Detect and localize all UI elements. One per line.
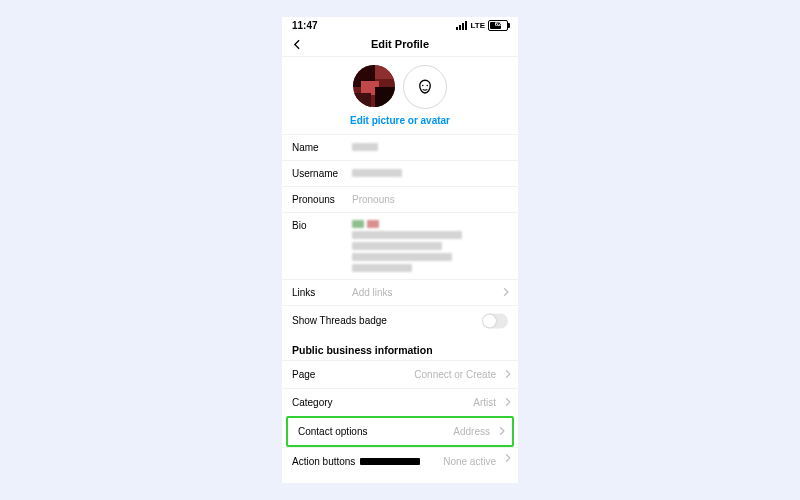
contact-options-label: Contact options bbox=[298, 426, 368, 437]
status-bar: 11:47 LTE 62 bbox=[282, 17, 518, 32]
svg-point-1 bbox=[427, 85, 429, 87]
links-row[interactable]: Links Add links bbox=[282, 279, 518, 305]
bio-row[interactable]: Bio bbox=[282, 212, 518, 279]
name-value-redacted bbox=[352, 143, 378, 151]
chevron-right-icon bbox=[498, 426, 506, 438]
network-label: LTE bbox=[470, 21, 485, 30]
links-placeholder: Add links bbox=[352, 287, 508, 298]
category-row[interactable]: Category Artist bbox=[282, 388, 518, 416]
name-label: Name bbox=[292, 142, 352, 153]
threads-toggle[interactable] bbox=[482, 313, 508, 328]
pronouns-label: Pronouns bbox=[292, 194, 352, 205]
page-title: Edit Profile bbox=[371, 38, 429, 50]
business-section-heading: Public business information bbox=[282, 335, 518, 360]
page-row[interactable]: Page Connect or Create bbox=[282, 360, 518, 388]
chevron-left-icon bbox=[291, 38, 304, 51]
svg-point-0 bbox=[422, 85, 424, 87]
contact-options-value: Address bbox=[453, 426, 502, 437]
action-buttons-row[interactable]: Action buttons None active bbox=[282, 447, 518, 469]
bio-label: Bio bbox=[292, 220, 352, 231]
threads-badge-row: Show Threads badge bbox=[282, 305, 518, 335]
links-label: Links bbox=[292, 287, 352, 298]
username-row[interactable]: Username bbox=[282, 160, 518, 186]
chevron-right-icon bbox=[504, 397, 512, 409]
action-buttons-value: None active bbox=[443, 456, 508, 467]
phone-frame: 11:47 LTE 62 Edit Profile Edit pict bbox=[282, 17, 518, 483]
chevron-right-icon bbox=[502, 287, 510, 299]
name-row[interactable]: Name bbox=[282, 134, 518, 160]
action-buttons-redaction bbox=[360, 458, 420, 465]
username-value-redacted bbox=[352, 169, 402, 177]
edit-picture-link[interactable]: Edit picture or avatar bbox=[282, 113, 518, 134]
chevron-right-icon bbox=[504, 369, 512, 381]
bio-value-redacted bbox=[352, 220, 508, 272]
page-label: Page bbox=[292, 369, 315, 380]
clock: 11:47 bbox=[292, 20, 318, 31]
action-buttons-label: Action buttons bbox=[292, 456, 355, 467]
signal-icon bbox=[456, 21, 467, 30]
profile-picture[interactable] bbox=[353, 65, 395, 107]
avatar-option[interactable] bbox=[403, 65, 447, 109]
battery-icon: 62 bbox=[488, 20, 508, 31]
category-label: Category bbox=[292, 397, 333, 408]
page-value: Connect or Create bbox=[414, 369, 508, 380]
pronouns-placeholder: Pronouns bbox=[352, 194, 508, 205]
header-bar: Edit Profile bbox=[282, 32, 518, 57]
pronouns-row[interactable]: Pronouns Pronouns bbox=[282, 186, 518, 212]
contact-options-row[interactable]: Contact options Address bbox=[288, 418, 512, 445]
avatar-row bbox=[282, 57, 518, 113]
username-label: Username bbox=[292, 168, 352, 179]
threads-label: Show Threads badge bbox=[292, 315, 508, 326]
category-value: Artist bbox=[473, 397, 508, 408]
avatar-face-icon bbox=[416, 78, 434, 96]
back-button[interactable] bbox=[288, 35, 306, 53]
chevron-right-icon bbox=[504, 453, 512, 465]
contact-options-highlight: Contact options Address bbox=[286, 416, 514, 447]
